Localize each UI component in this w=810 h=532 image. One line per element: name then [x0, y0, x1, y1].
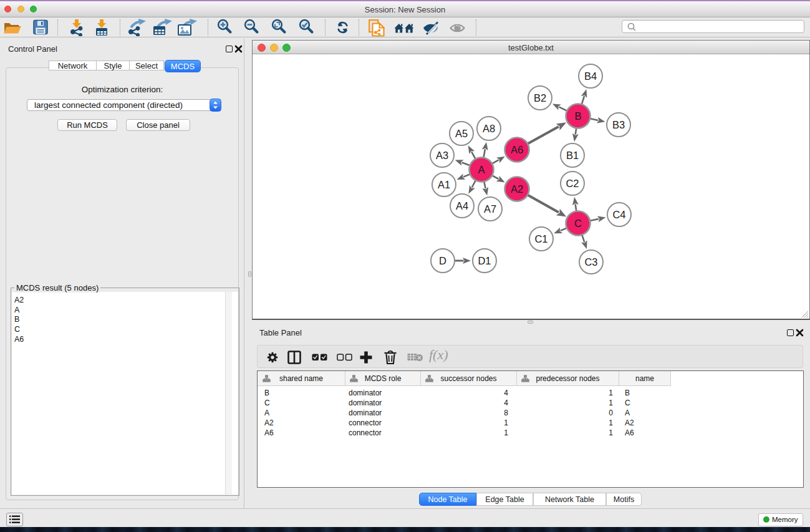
svg-text:C2: C2: [566, 178, 579, 189]
svg-text:C1: C1: [534, 233, 547, 244]
svg-text:A4: A4: [456, 200, 468, 211]
svg-text:A7: A7: [484, 203, 496, 215]
svg-text:A8: A8: [483, 123, 495, 134]
svg-text:B1: B1: [566, 150, 579, 161]
svg-text:C4: C4: [612, 209, 625, 220]
svg-text:D: D: [439, 255, 446, 266]
svg-text:D1: D1: [478, 255, 491, 266]
svg-text:C3: C3: [584, 256, 597, 268]
svg-text:A2: A2: [511, 183, 523, 195]
svg-text:B4: B4: [584, 70, 597, 82]
svg-text:B: B: [574, 110, 581, 122]
svg-text:A: A: [478, 164, 485, 175]
svg-text:B2: B2: [534, 92, 546, 104]
svg-text:A3: A3: [436, 150, 448, 161]
svg-text:B3: B3: [612, 119, 625, 130]
svg-text:A1: A1: [438, 179, 450, 190]
svg-text:C: C: [574, 218, 582, 229]
svg-text:A5: A5: [455, 128, 468, 139]
svg-text:A6: A6: [511, 144, 523, 155]
